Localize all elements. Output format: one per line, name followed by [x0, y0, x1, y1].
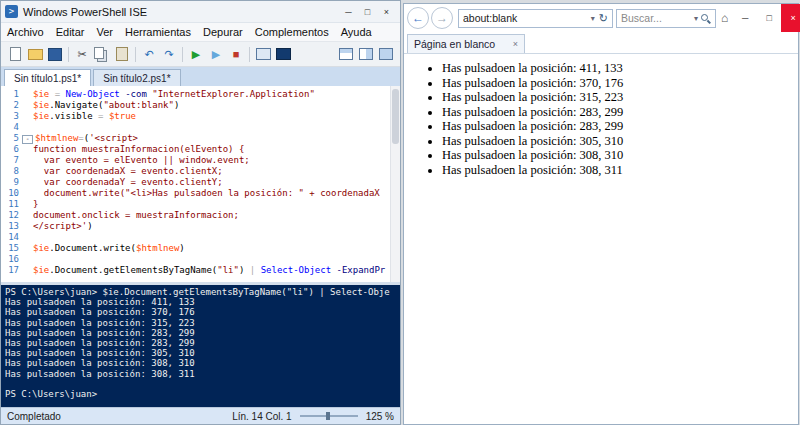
start-powershell-icon[interactable] — [274, 45, 292, 63]
forward-button[interactable]: → — [431, 7, 453, 29]
menu-ver[interactable]: Ver — [90, 26, 119, 38]
ise-close-button[interactable]: × — [377, 7, 396, 17]
powershell-ise-app-icon: > — [5, 5, 18, 18]
list-item: Has pulsadoen la posición: 308, 310 — [442, 149, 798, 163]
menu-herramientas[interactable]: Herramientas — [119, 26, 197, 38]
ise-title-bar: > Windows PowerShell ISE ─ □ × — [1, 1, 400, 23]
show-script-pane-right-icon[interactable] — [357, 45, 375, 63]
save-script-icon[interactable] — [46, 45, 64, 63]
line-number: 4 — [1, 122, 19, 133]
list-item: Has pulsadoen la posición: 315, 223 — [442, 91, 798, 105]
redo-icon[interactable]: ↷ — [160, 45, 178, 63]
show-script-pane-top-icon[interactable] — [337, 45, 355, 63]
menu-editar[interactable]: Editar — [50, 26, 91, 38]
menu-ayuda[interactable]: Ayuda — [335, 26, 378, 38]
run-selection-icon[interactable]: ▶ — [207, 45, 225, 63]
zoom-slider[interactable] — [300, 411, 358, 421]
editor-line: 8 var coordenadaX = evento.clientX; — [1, 166, 400, 177]
toolbar-separator — [182, 47, 183, 62]
search-dropdown-icon[interactable]: ▾ — [692, 14, 700, 23]
new-script-icon[interactable] — [6, 45, 24, 63]
list-item: Has pulsadoen la posición: 283, 299 — [442, 120, 798, 134]
code-text: function muestraInformacion(elEvento) { — [33, 144, 400, 155]
address-bar[interactable]: about:blank ▾ ↻ — [458, 9, 613, 28]
editor-line: 15$ie.Document.write($htmlnew) — [1, 243, 400, 254]
fold-gutter — [22, 177, 31, 188]
toolbar-separator — [135, 47, 136, 62]
refresh-icon[interactable]: ↻ — [597, 12, 608, 25]
console-line: Has pulsadoen la posición: 308, 311 — [5, 369, 396, 379]
ise-window-title: Windows PowerShell ISE — [23, 6, 147, 18]
fold-gutter — [22, 89, 31, 100]
ise-minimize-button[interactable]: ─ — [339, 7, 358, 17]
file-tab-2[interactable]: Sin título2.ps1* — [93, 69, 180, 86]
line-number: 3 — [1, 111, 19, 122]
code-text: $ie = New-Object -com "InternetExplorer.… — [33, 89, 400, 100]
zoom-slider-thumb[interactable] — [326, 412, 330, 420]
fold-gutter — [22, 166, 31, 177]
home-icon[interactable]: ⌂ — [716, 11, 733, 25]
editor-scrollbar[interactable] — [390, 86, 400, 282]
address-dropdown-icon[interactable]: ▾ — [589, 14, 597, 23]
ie-tab-bar: Página en blanco × — [404, 32, 798, 54]
address-url[interactable]: about:blank — [463, 12, 589, 24]
line-number: 5 — [1, 133, 19, 144]
ise-script-pane[interactable]: 1$ie = New-Object -com "InternetExplorer… — [1, 86, 400, 282]
ie-minimize-button[interactable]: ─ — [733, 4, 757, 32]
fold-gutter — [22, 243, 31, 254]
menu-complementos[interactable]: Complementos — [249, 26, 335, 38]
editor-line: 3$ie.visible = $true — [1, 111, 400, 122]
code-text: $ie.Navigate("about:blank") — [33, 100, 400, 111]
console-line: Has pulsadoen la posición: 411, 133 — [5, 297, 396, 307]
stop-operation-icon[interactable]: ■ — [227, 45, 245, 63]
search-icon[interactable] — [700, 13, 711, 24]
show-script-pane-maximized-icon[interactable] — [377, 45, 395, 63]
menu-archivo[interactable]: Archivo — [1, 26, 50, 38]
ise-maximize-button[interactable]: □ — [358, 7, 377, 17]
zoom-percent: 125 % — [366, 411, 394, 422]
menu-depurar[interactable]: Depurar — [197, 26, 249, 38]
line-number: 16 — [1, 254, 19, 265]
line-number: 2 — [1, 100, 19, 111]
copy-icon[interactable] — [93, 45, 111, 63]
editor-line: 13</script>') — [1, 221, 400, 232]
new-remote-powershell-tab-icon[interactable] — [254, 45, 272, 63]
fold-collapse-icon[interactable]: - — [22, 135, 33, 144]
line-number: 7 — [1, 155, 19, 166]
back-button[interactable]: ← — [407, 7, 429, 29]
console-line: PS C:\Users\juan> $ie.Document.getElemen… — [5, 287, 396, 297]
ie-maximize-button[interactable]: □ — [757, 4, 781, 32]
editor-scrollbar-thumb[interactable] — [392, 89, 399, 144]
fold-gutter — [22, 210, 31, 221]
code-text — [33, 232, 400, 243]
ise-console-pane[interactable]: PS C:\Users\juan> $ie.Document.getElemen… — [1, 285, 400, 407]
code-text — [33, 254, 400, 265]
click-positions-list: Has pulsadoen la posición: 411, 133Has p… — [404, 62, 798, 177]
fold-gutter — [22, 122, 31, 133]
line-number: 6 — [1, 144, 19, 155]
ie-window-buttons: ⌂ ─ □ × — [716, 4, 800, 32]
ie-tab-blank-page[interactable]: Página en blanco × — [407, 34, 525, 53]
ie-tab-close-icon[interactable]: × — [507, 39, 518, 49]
open-script-icon[interactable] — [26, 45, 44, 63]
list-item: Has pulsadoen la posición: 283, 299 — [442, 106, 798, 120]
search-placeholder[interactable]: Buscar... — [621, 12, 692, 24]
run-script-icon[interactable]: ▶ — [187, 45, 205, 63]
editor-lines: 1$ie = New-Object -com "InternetExplorer… — [1, 86, 400, 276]
code-text: var coordenadaY = evento.clientY; — [33, 177, 400, 188]
undo-icon[interactable]: ↶ — [140, 45, 158, 63]
list-item: Has pulsadoen la posición: 308, 311 — [442, 164, 798, 178]
search-box[interactable]: Buscar... ▾ — [616, 9, 716, 28]
fold-gutter — [22, 111, 31, 122]
line-number: 10 — [1, 188, 19, 199]
status-bar-right: Lín. 14 Col. 1 125 % — [232, 411, 394, 422]
editor-line: 10 document.write("<li>Has pulsadoen la … — [1, 188, 400, 199]
paste-icon[interactable] — [113, 45, 131, 63]
cut-icon[interactable]: ✂ — [73, 45, 91, 63]
list-item: Has pulsadoen la posición: 305, 310 — [442, 135, 798, 149]
code-text: $ie.visible = $true — [33, 111, 400, 122]
ise-toolbar-main: ✂↶↷▶▶■ — [5, 45, 293, 63]
file-tab-1[interactable]: Sin título1.ps1* — [4, 69, 91, 86]
ie-close-button[interactable]: × — [781, 4, 800, 32]
editor-line: 2$ie.Navigate("about:blank") — [1, 100, 400, 111]
